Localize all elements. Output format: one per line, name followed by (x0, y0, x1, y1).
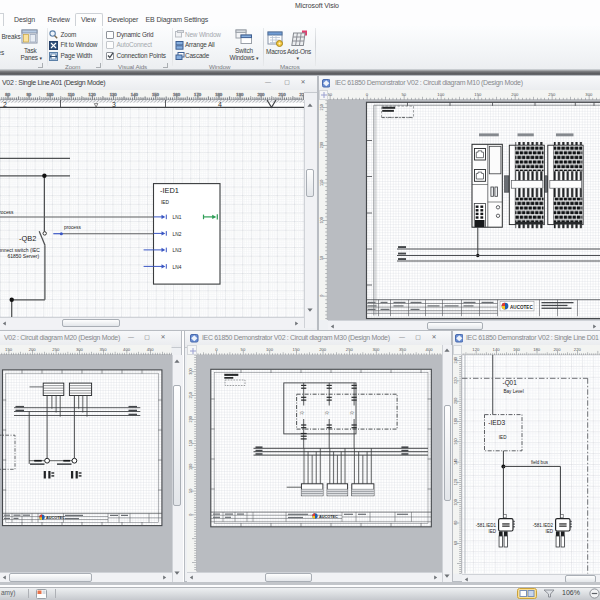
svg-text:100: 100 (437, 92, 445, 97)
svg-text:200: 200 (257, 92, 265, 97)
svg-text:160: 160 (454, 438, 458, 444)
svg-text:IED: IED (499, 435, 507, 440)
svg-text:200: 200 (320, 141, 324, 147)
svg-text:AUCOTEC: AUCOTEC (510, 304, 533, 309)
svg-text:120: 120 (89, 92, 97, 97)
svg-text:LN3: LN3 (173, 248, 182, 253)
svg-text:190: 190 (236, 92, 244, 97)
svg-text:120: 120 (454, 479, 458, 485)
svg-text:150: 150 (5, 347, 13, 352)
svg-text:400: 400 (123, 347, 131, 352)
svg-text:50: 50 (241, 347, 246, 352)
svg-text:300: 300 (76, 347, 84, 352)
svg-text:0: 0 (320, 294, 324, 296)
svg-text:LN1: LN1 (173, 215, 182, 220)
svg-text:IED: IED (488, 529, 496, 534)
svg-text:300: 300 (585, 92, 593, 97)
svg-text:IED: IED (545, 529, 553, 534)
svg-text:150: 150 (293, 347, 301, 352)
svg-text:-Q01: -Q01 (503, 379, 518, 387)
svg-text:50: 50 (328, 92, 333, 97)
svg-text:50: 50 (320, 255, 324, 259)
svg-text:200: 200 (319, 347, 327, 352)
svg-text:160: 160 (513, 347, 521, 352)
svg-text:50: 50 (189, 489, 193, 493)
svg-text:200: 200 (29, 347, 37, 352)
svg-text:130: 130 (110, 92, 118, 97)
svg-text:LN4: LN4 (173, 264, 182, 269)
svg-text:110: 110 (68, 92, 75, 97)
svg-text:450: 450 (147, 347, 155, 352)
svg-text:120: 120 (472, 347, 480, 352)
svg-text:170: 170 (194, 92, 202, 97)
svg-text:150: 150 (189, 440, 193, 446)
svg-text:200: 200 (511, 92, 519, 97)
svg-text:Disconnect switch (IEC: Disconnect switch (IEC (0, 247, 40, 253)
svg-text:150: 150 (152, 92, 160, 97)
svg-text:100: 100 (266, 347, 274, 352)
svg-text:80: 80 (454, 521, 458, 525)
svg-text:250: 250 (320, 104, 324, 110)
svg-text:4: 4 (218, 100, 222, 107)
svg-text:250: 250 (189, 392, 193, 398)
svg-text:180: 180 (533, 347, 541, 352)
svg-text:-IED1: -IED1 (160, 186, 179, 195)
svg-text:-581.IED2: -581.IED2 (533, 523, 554, 528)
svg-text:140: 140 (131, 92, 139, 97)
svg-text:3: 3 (112, 100, 116, 107)
svg-text:140: 140 (493, 347, 501, 352)
svg-text:250: 250 (52, 347, 60, 352)
svg-text:210: 210 (279, 92, 287, 97)
svg-text:100: 100 (46, 92, 54, 97)
svg-text:400: 400 (426, 347, 434, 352)
svg-text:300: 300 (372, 347, 380, 352)
svg-text:2: 2 (3, 100, 7, 107)
svg-text:LN2: LN2 (173, 231, 182, 236)
svg-text:160: 160 (173, 92, 181, 97)
svg-text:0: 0 (189, 514, 193, 516)
svg-text:100: 100 (320, 217, 324, 223)
svg-text:150: 150 (320, 179, 324, 185)
svg-text:150: 150 (474, 92, 482, 97)
svg-text:100: 100 (189, 464, 193, 470)
svg-text:180: 180 (215, 92, 223, 97)
svg-text:90: 90 (26, 92, 31, 97)
svg-text:180: 180 (454, 418, 458, 424)
svg-text:240: 240 (454, 357, 458, 363)
svg-text:-IED3: -IED3 (488, 419, 505, 426)
svg-text:350: 350 (399, 347, 407, 352)
svg-text:200: 200 (554, 347, 562, 352)
svg-text:-581.IED1: -581.IED1 (476, 523, 497, 528)
svg-text:80: 80 (5, 92, 10, 97)
svg-text:100: 100 (454, 499, 458, 505)
svg-text:220: 220 (300, 92, 304, 97)
svg-text:process: process (64, 224, 81, 229)
svg-text:process: process (0, 209, 14, 214)
svg-text:61850 Server): 61850 Server) (8, 253, 40, 259)
svg-text:300: 300 (189, 368, 193, 374)
svg-text:350: 350 (100, 347, 108, 352)
svg-text:50: 50 (401, 92, 406, 97)
svg-text:250: 250 (346, 347, 354, 352)
svg-text:AUCOTEC: AUCOTEC (46, 516, 65, 520)
svg-text:200: 200 (454, 398, 458, 404)
svg-text:250: 250 (548, 92, 556, 97)
svg-text:-QB2: -QB2 (19, 234, 36, 243)
svg-text:Bay Level: Bay Level (504, 389, 524, 394)
svg-text:220: 220 (454, 377, 458, 383)
svg-text:60: 60 (454, 541, 458, 545)
svg-text:220: 220 (574, 347, 582, 352)
svg-text:140: 140 (454, 459, 458, 465)
svg-text:field bus: field bus (531, 460, 549, 465)
svg-text:AUCOTEC: AUCOTEC (319, 515, 338, 519)
svg-text:IED: IED (161, 200, 170, 205)
svg-text:200: 200 (189, 416, 193, 422)
